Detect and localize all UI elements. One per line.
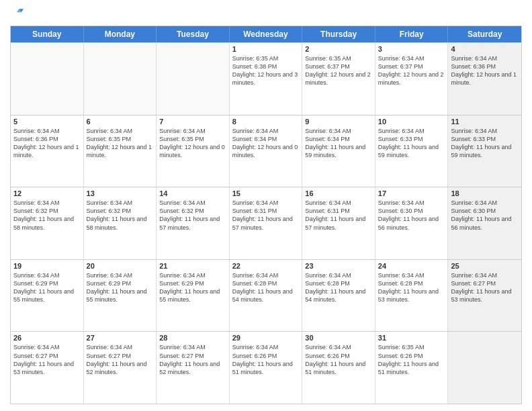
cal-header-cell-saturday: Saturday	[448, 26, 521, 42]
day-info: Sunrise: 6:34 AM Sunset: 6:36 PM Dayligh…	[451, 54, 519, 87]
table-row: 3Sunrise: 6:34 AM Sunset: 6:37 PM Daylig…	[375, 43, 449, 115]
day-number: 8	[232, 118, 300, 126]
table-row: 16Sunrise: 6:34 AM Sunset: 6:31 PM Dayli…	[302, 187, 375, 259]
day-info: Sunrise: 6:34 AM Sunset: 6:31 PM Dayligh…	[232, 199, 300, 232]
table-row: 19Sunrise: 6:34 AM Sunset: 6:29 PM Dayli…	[11, 260, 84, 332]
table-row: 13Sunrise: 6:34 AM Sunset: 6:32 PM Dayli…	[84, 187, 157, 259]
calendar-week-3: 12Sunrise: 6:34 AM Sunset: 6:32 PM Dayli…	[11, 187, 521, 259]
page-header	[10, 7, 522, 20]
table-row	[84, 43, 157, 115]
day-number: 22	[232, 262, 300, 270]
day-info: Sunrise: 6:34 AM Sunset: 6:35 PM Dayligh…	[87, 127, 154, 160]
day-number: 31	[378, 334, 445, 342]
day-number: 30	[305, 334, 372, 342]
day-info: Sunrise: 6:34 AM Sunset: 6:27 PM Dayligh…	[159, 343, 226, 376]
calendar-week-4: 19Sunrise: 6:34 AM Sunset: 6:29 PM Dayli…	[11, 259, 521, 332]
table-row: 20Sunrise: 6:34 AM Sunset: 6:29 PM Dayli…	[84, 260, 157, 332]
day-info: Sunrise: 6:34 AM Sunset: 6:30 PM Dayligh…	[451, 199, 519, 232]
table-row: 11Sunrise: 6:34 AM Sunset: 6:33 PM Dayli…	[448, 116, 521, 187]
day-info: Sunrise: 6:35 AM Sunset: 6:37 PM Dayligh…	[305, 54, 372, 87]
day-info: Sunrise: 6:34 AM Sunset: 6:28 PM Dayligh…	[378, 271, 445, 304]
day-number: 14	[159, 189, 226, 197]
table-row: 6Sunrise: 6:34 AM Sunset: 6:35 PM Daylig…	[84, 116, 157, 187]
table-row: 26Sunrise: 6:34 AM Sunset: 6:27 PM Dayli…	[11, 332, 84, 404]
table-row: 22Sunrise: 6:34 AM Sunset: 6:28 PM Dayli…	[230, 260, 303, 332]
table-row: 28Sunrise: 6:34 AM Sunset: 6:27 PM Dayli…	[157, 332, 230, 404]
calendar-header: SundayMondayTuesdayWednesdayThursdayFrid…	[11, 26, 521, 42]
table-row: 25Sunrise: 6:34 AM Sunset: 6:27 PM Dayli…	[448, 260, 521, 332]
calendar-week-2: 5Sunrise: 6:34 AM Sunset: 6:36 PM Daylig…	[11, 115, 521, 187]
table-row: 12Sunrise: 6:34 AM Sunset: 6:32 PM Dayli…	[11, 187, 84, 259]
day-info: Sunrise: 6:34 AM Sunset: 6:27 PM Dayligh…	[13, 343, 81, 376]
day-info: Sunrise: 6:34 AM Sunset: 6:26 PM Dayligh…	[232, 343, 300, 376]
cal-header-cell-sunday: Sunday	[11, 26, 84, 42]
day-number: 17	[378, 189, 445, 197]
day-number: 2	[305, 45, 372, 53]
table-row: 23Sunrise: 6:34 AM Sunset: 6:28 PM Dayli…	[302, 260, 375, 332]
calendar-week-1: 1Sunrise: 6:35 AM Sunset: 6:38 PM Daylig…	[11, 42, 521, 115]
table-row: 17Sunrise: 6:34 AM Sunset: 6:30 PM Dayli…	[375, 187, 449, 259]
calendar: SundayMondayTuesdayWednesdayThursdayFrid…	[10, 26, 522, 404]
calendar-week-5: 26Sunrise: 6:34 AM Sunset: 6:27 PM Dayli…	[11, 331, 521, 404]
day-number: 16	[305, 189, 372, 197]
table-row: 2Sunrise: 6:35 AM Sunset: 6:37 PM Daylig…	[302, 43, 375, 115]
table-row: 14Sunrise: 6:34 AM Sunset: 6:32 PM Dayli…	[157, 187, 230, 259]
day-number: 7	[159, 118, 226, 126]
cal-header-cell-tuesday: Tuesday	[157, 26, 230, 42]
day-info: Sunrise: 6:34 AM Sunset: 6:28 PM Dayligh…	[232, 271, 300, 304]
day-info: Sunrise: 6:34 AM Sunset: 6:27 PM Dayligh…	[87, 343, 154, 376]
day-number: 12	[13, 189, 81, 197]
day-number: 13	[87, 189, 154, 197]
table-row: 30Sunrise: 6:34 AM Sunset: 6:26 PM Dayli…	[302, 332, 375, 404]
day-number: 20	[87, 262, 154, 270]
calendar-body: 1Sunrise: 6:35 AM Sunset: 6:38 PM Daylig…	[11, 42, 521, 404]
day-info: Sunrise: 6:34 AM Sunset: 6:26 PM Dayligh…	[305, 343, 372, 376]
table-row: 10Sunrise: 6:34 AM Sunset: 6:33 PM Dayli…	[375, 116, 449, 187]
table-row: 18Sunrise: 6:34 AM Sunset: 6:30 PM Dayli…	[448, 187, 521, 259]
day-number: 23	[305, 262, 372, 270]
day-info: Sunrise: 6:35 AM Sunset: 6:38 PM Dayligh…	[232, 54, 300, 87]
day-info: Sunrise: 6:34 AM Sunset: 6:30 PM Dayligh…	[378, 199, 445, 232]
day-number: 24	[378, 262, 445, 270]
day-number: 6	[87, 118, 154, 126]
table-row: 1Sunrise: 6:35 AM Sunset: 6:38 PM Daylig…	[230, 43, 303, 115]
day-number: 21	[159, 262, 226, 270]
logo	[10, 7, 25, 20]
day-info: Sunrise: 6:34 AM Sunset: 6:33 PM Dayligh…	[378, 127, 445, 160]
day-info: Sunrise: 6:34 AM Sunset: 6:32 PM Dayligh…	[159, 199, 226, 232]
cal-header-cell-friday: Friday	[375, 26, 449, 42]
day-info: Sunrise: 6:34 AM Sunset: 6:32 PM Dayligh…	[13, 199, 81, 232]
day-info: Sunrise: 6:34 AM Sunset: 6:36 PM Dayligh…	[13, 127, 81, 160]
day-info: Sunrise: 6:35 AM Sunset: 6:26 PM Dayligh…	[378, 343, 445, 376]
table-row: 27Sunrise: 6:34 AM Sunset: 6:27 PM Dayli…	[84, 332, 157, 404]
cal-header-cell-wednesday: Wednesday	[230, 26, 303, 42]
table-row: 29Sunrise: 6:34 AM Sunset: 6:26 PM Dayli…	[230, 332, 303, 404]
table-row: 8Sunrise: 6:34 AM Sunset: 6:34 PM Daylig…	[230, 116, 303, 187]
day-number: 4	[451, 45, 519, 53]
day-info: Sunrise: 6:34 AM Sunset: 6:34 PM Dayligh…	[232, 127, 300, 160]
table-row: 31Sunrise: 6:35 AM Sunset: 6:26 PM Dayli…	[375, 332, 449, 404]
table-row: 4Sunrise: 6:34 AM Sunset: 6:36 PM Daylig…	[448, 43, 521, 115]
table-row: 24Sunrise: 6:34 AM Sunset: 6:28 PM Dayli…	[375, 260, 449, 332]
day-number: 9	[305, 118, 372, 126]
day-info: Sunrise: 6:34 AM Sunset: 6:35 PM Dayligh…	[159, 127, 226, 160]
day-number: 28	[159, 334, 226, 342]
day-number: 10	[378, 118, 445, 126]
day-info: Sunrise: 6:34 AM Sunset: 6:28 PM Dayligh…	[305, 271, 372, 304]
day-info: Sunrise: 6:34 AM Sunset: 6:32 PM Dayligh…	[87, 199, 154, 232]
table-row	[157, 43, 230, 115]
day-number: 5	[13, 118, 81, 126]
day-number: 19	[13, 262, 81, 270]
table-row: 9Sunrise: 6:34 AM Sunset: 6:34 PM Daylig…	[302, 116, 375, 187]
table-row: 21Sunrise: 6:34 AM Sunset: 6:29 PM Dayli…	[157, 260, 230, 332]
day-number: 29	[232, 334, 300, 342]
day-number: 26	[13, 334, 81, 342]
day-info: Sunrise: 6:34 AM Sunset: 6:33 PM Dayligh…	[451, 127, 519, 160]
cal-header-cell-monday: Monday	[84, 26, 157, 42]
table-row: 5Sunrise: 6:34 AM Sunset: 6:36 PM Daylig…	[11, 116, 84, 187]
day-info: Sunrise: 6:34 AM Sunset: 6:37 PM Dayligh…	[378, 54, 445, 87]
table-row: 15Sunrise: 6:34 AM Sunset: 6:31 PM Dayli…	[230, 187, 303, 259]
table-row: 7Sunrise: 6:34 AM Sunset: 6:35 PM Daylig…	[157, 116, 230, 187]
logo-icon	[10, 7, 24, 20]
day-info: Sunrise: 6:34 AM Sunset: 6:29 PM Dayligh…	[87, 271, 154, 304]
